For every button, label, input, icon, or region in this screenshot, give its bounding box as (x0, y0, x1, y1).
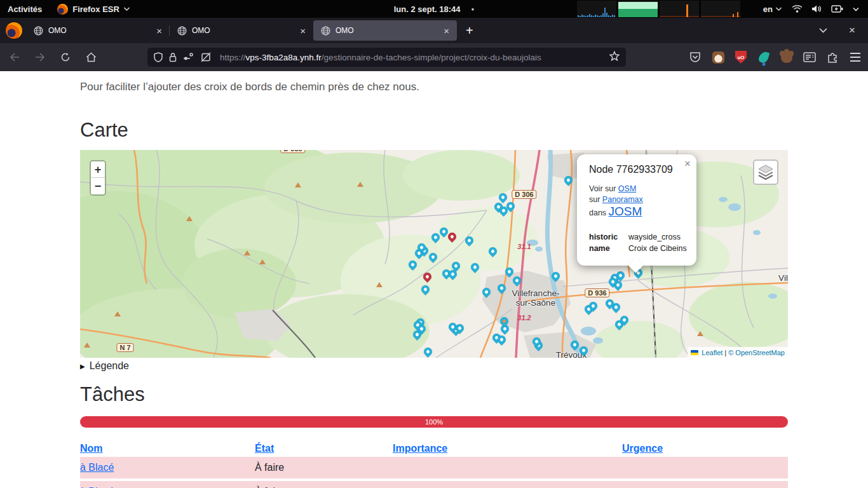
map-layers-control[interactable] (753, 159, 778, 185)
url-host: vps-3fba2a8a.ynh.fr (246, 53, 322, 62)
zoom-in-button[interactable]: + (91, 161, 105, 178)
sort-nom-link[interactable]: Nom (80, 443, 103, 454)
legend-disclosure: ▶Légende (80, 360, 788, 372)
tasks-table: Nom État Importance Urgence à Blacé À fa… (80, 437, 788, 488)
task-status: À faire (255, 457, 393, 480)
back-button[interactable] (5, 48, 24, 67)
popup-link-prefix: Voir sur (589, 184, 618, 193)
wifi-icon (792, 4, 803, 13)
browser-tab-3-active[interactable]: OMO × (313, 20, 457, 41)
firefox-app-icon[interactable] (6, 22, 22, 39)
tab-close-icon[interactable]: × (154, 26, 165, 36)
shield-icon[interactable] (154, 52, 163, 62)
openstreetmap-link[interactable]: © OpenStreetMap (728, 349, 785, 356)
leaflet-map[interactable]: D 385D 306D 936N 731.131.2Villefranche-s… (80, 150, 788, 358)
battery-charging-icon (831, 4, 844, 13)
legend-label: Légende (90, 360, 129, 371)
road-ref-label: D 306 (512, 190, 536, 199)
carte-heading: Carte (80, 119, 788, 141)
globe-icon (321, 26, 330, 36)
taches-heading: Tâches (80, 384, 788, 405)
containers-icon[interactable] (803, 51, 816, 64)
globe-icon (177, 26, 187, 36)
caret-down-icon (124, 7, 130, 11)
attribution-separator: | (724, 349, 726, 356)
fox-extension-icon[interactable] (712, 51, 724, 64)
browser-tab-1[interactable]: OMO × (26, 20, 170, 41)
extensions-puzzle-icon[interactable] (826, 51, 839, 64)
task-importance (393, 480, 622, 488)
legend-summary[interactable]: ▶Légende (80, 360, 788, 372)
desktop-screen: Activités Firefox ESR lun. 2 sept. 18:44… (0, 0, 868, 488)
app-menu-button[interactable]: Firefox ESR (50, 0, 137, 18)
tag-key: name (589, 243, 628, 254)
app-menu-hamburger-icon[interactable] (849, 51, 862, 64)
place-label: Vill (778, 273, 788, 283)
josm-link[interactable]: JOSM (609, 205, 642, 218)
feather-extension-icon[interactable] (757, 51, 770, 64)
tab-close-icon[interactable]: × (441, 26, 452, 36)
list-all-tabs-icon[interactable] (819, 28, 827, 33)
sort-etat-link[interactable]: État (255, 443, 274, 454)
layers-icon (757, 164, 774, 180)
forward-button[interactable] (31, 48, 50, 67)
ukraine-flag-icon (691, 350, 698, 355)
ublock-origin-icon[interactable]: uO (735, 51, 747, 64)
panoramax-link[interactable]: Panoramax (602, 195, 643, 204)
new-tab-button[interactable]: + (466, 24, 473, 38)
task-link[interactable]: à Blacé (80, 462, 114, 473)
project-description: Pour faciliter l’ajouter des croix de bo… (80, 81, 788, 93)
caret-down-icon (776, 7, 782, 11)
privacy-badger-icon[interactable] (780, 51, 793, 64)
road-ref-label: N 7 (116, 343, 133, 352)
window-close-icon[interactable]: × (849, 24, 855, 37)
zoom-out-button[interactable]: − (91, 178, 105, 194)
road-ref-label: D 385 (280, 150, 305, 153)
map-zoom-control: + − (90, 160, 106, 196)
popup-close-icon[interactable]: × (684, 158, 691, 170)
task-urgence (622, 480, 788, 488)
tag-value: wayside_cross (628, 231, 687, 243)
sort-urgence-link[interactable]: Urgence (622, 443, 663, 454)
network-graph (660, 1, 699, 17)
permissions-icon[interactable] (183, 53, 194, 62)
notification-dot: ● (471, 6, 474, 12)
browser-tab-2[interactable]: OMO × (170, 20, 313, 41)
url-bar[interactable]: https://vps-3fba2a8a.ynh.fr/gestionnaire… (147, 48, 626, 67)
system-monitor-applet[interactable] (577, 1, 740, 17)
tab-bar: OMO × OMO × OMO × + × (0, 18, 868, 43)
task-row: à Blacé À faire (80, 480, 788, 488)
sort-importance-link[interactable]: Importance (393, 443, 447, 454)
url-text[interactable]: https://vps-3fba2a8a.ynh.fr/gestionnaire… (220, 53, 609, 62)
pocket-icon[interactable] (689, 51, 702, 64)
url-scheme: https:// (220, 53, 246, 62)
web-page: Pour faciliter l’ajouter des croix de bo… (0, 71, 868, 488)
activities-button[interactable]: Activités (0, 0, 50, 18)
task-urgence (622, 457, 788, 480)
disk-graph (701, 1, 740, 17)
place-label: Villefranche-sur-Saône (512, 288, 560, 308)
clock-button[interactable]: lun. 2 sept. 18:44 ● (386, 0, 482, 18)
bookmark-star-icon[interactable] (609, 51, 620, 64)
blocked-content-icon[interactable] (201, 52, 211, 62)
system-tray[interactable] (788, 4, 868, 13)
task-importance (393, 457, 622, 480)
tab-close-icon[interactable]: × (297, 26, 308, 36)
popup-link-prefix: dans (589, 208, 609, 217)
lock-icon[interactable] (169, 52, 177, 62)
leaflet-link[interactable]: Leaflet (702, 349, 722, 356)
tasks-header-row: Nom État Importance Urgence (80, 437, 788, 457)
reload-button[interactable] (56, 48, 75, 67)
motorway-exit-label: 31.2 (517, 314, 531, 322)
tag-value: Croix de Cibeins (628, 243, 687, 254)
tag-key: historic (589, 231, 628, 243)
caret-down-icon (853, 7, 859, 11)
keyboard-layout-button[interactable]: en (757, 0, 788, 18)
osm-link[interactable]: OSM (618, 184, 636, 193)
home-button[interactable] (81, 48, 100, 67)
cpu-graph (577, 1, 616, 17)
tab-title: OMO (336, 26, 436, 35)
road-ref-label: D 936 (585, 288, 609, 297)
globe-icon (34, 26, 43, 36)
app-menu-label: Firefox ESR (72, 4, 119, 14)
